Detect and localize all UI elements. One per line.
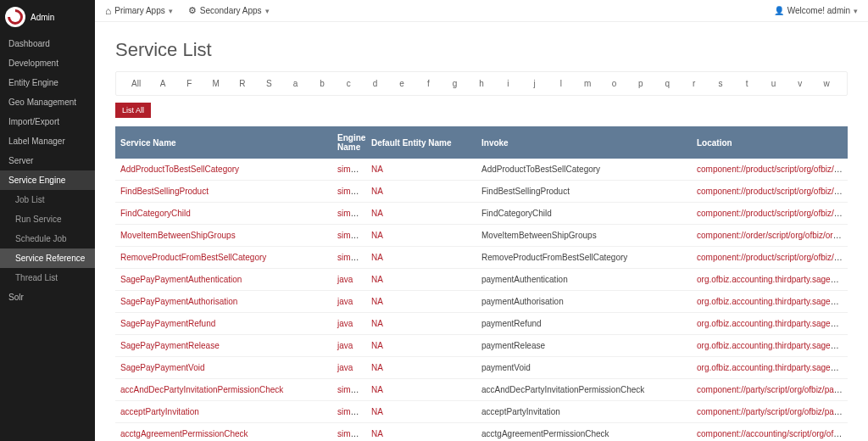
entity-link[interactable]: NA xyxy=(371,165,383,174)
alpha-filter-t[interactable]: t xyxy=(734,77,760,90)
entity-link[interactable]: NA xyxy=(371,275,383,284)
alpha-filter-s[interactable]: s xyxy=(707,77,733,90)
alpha-filter-c[interactable]: c xyxy=(336,77,362,90)
alpha-filter-v[interactable]: v xyxy=(787,77,813,90)
engine-link[interactable]: simple xyxy=(337,187,362,196)
col-invoke[interactable]: Invoke xyxy=(476,126,692,159)
sidebar-item-run-service[interactable]: Run Service xyxy=(0,209,95,229)
sidebar-item-server[interactable]: Server xyxy=(0,151,95,170)
location-link[interactable]: component://accounting/script/org/ofbiz/… xyxy=(697,429,848,438)
engine-link[interactable]: simple xyxy=(337,209,362,218)
alpha-filter-f[interactable]: f xyxy=(415,77,442,90)
alpha-filter-j[interactable]: j xyxy=(521,77,548,90)
alpha-filter-w[interactable]: w xyxy=(814,77,840,90)
location-link[interactable]: org.ofbiz.accounting.thirdparty.sagepay.… xyxy=(697,363,848,372)
service-name-link[interactable]: SagePayPaymentAuthentication xyxy=(120,275,242,284)
location-link[interactable]: component://product/script/org/ofbiz/pro… xyxy=(697,253,848,262)
location-link[interactable]: component://product/script/org/ofbiz/pro… xyxy=(697,187,848,196)
entity-link[interactable]: NA xyxy=(371,429,383,438)
sidebar-item-dashboard[interactable]: Dashboard xyxy=(0,34,95,53)
sidebar-item-job-list[interactable]: Job List xyxy=(0,190,95,209)
location-link[interactable]: component://party/script/org/ofbiz/party… xyxy=(697,385,848,394)
location-link[interactable]: org.ofbiz.accounting.thirdparty.sagepay.… xyxy=(697,341,848,350)
sidebar-item-solr[interactable]: Solr xyxy=(0,287,95,307)
sidebar-item-import-export[interactable]: Import/Export xyxy=(0,112,95,131)
alpha-filter-q[interactable]: q xyxy=(654,77,681,90)
alpha-filter-l[interactable]: l xyxy=(548,77,574,90)
engine-link[interactable]: java xyxy=(337,341,353,350)
engine-link[interactable]: java xyxy=(337,363,353,372)
sidebar-item-geo-management[interactable]: Geo Management xyxy=(0,92,95,112)
entity-link[interactable]: NA xyxy=(371,407,383,416)
engine-link[interactable]: java xyxy=(337,297,353,306)
alpha-filter-h[interactable]: h xyxy=(468,77,494,90)
entity-link[interactable]: NA xyxy=(371,187,383,196)
alpha-filter-e[interactable]: e xyxy=(388,77,415,90)
sidebar-item-service-reference[interactable]: Service Reference xyxy=(0,248,95,268)
location-link[interactable]: org.ofbiz.accounting.thirdparty.sagepay.… xyxy=(697,275,848,284)
service-name-link[interactable]: acctgAgreementPermissionCheck xyxy=(120,429,248,438)
alpha-filter-a[interactable]: A xyxy=(149,77,175,90)
entity-link[interactable]: NA xyxy=(371,209,383,218)
entity-link[interactable]: NA xyxy=(371,363,383,372)
alpha-filter-i[interactable]: i xyxy=(495,77,521,90)
sidebar-item-development[interactable]: Development xyxy=(0,53,95,73)
location-link[interactable]: component://order/script/org/ofbiz/order… xyxy=(697,231,848,240)
alpha-filter-a[interactable]: a xyxy=(282,77,309,90)
alpha-filter-d[interactable]: d xyxy=(362,77,388,90)
alpha-filter-b[interactable]: b xyxy=(309,77,335,90)
entity-link[interactable]: NA xyxy=(371,231,383,240)
sidebar-item-label-manager[interactable]: Label Manager xyxy=(0,131,95,151)
engine-link[interactable]: simple xyxy=(337,429,362,438)
service-name-link[interactable]: SagePayPaymentRefund xyxy=(120,319,215,328)
location-link[interactable]: component://product/script/org/ofbiz/pro… xyxy=(697,209,848,218)
service-name-link[interactable]: SagePayPaymentAuthorisation xyxy=(120,297,237,306)
service-name-link[interactable]: AddProductToBestSellCategory xyxy=(120,165,239,174)
location-link[interactable]: component://product/script/org/ofbiz/pro… xyxy=(697,165,848,174)
list-all-button[interactable]: List All xyxy=(115,103,151,118)
sidebar-item-thread-list[interactable]: Thread List xyxy=(0,268,95,287)
alpha-filter-g[interactable]: g xyxy=(442,77,468,90)
alpha-filter-r[interactable]: r xyxy=(681,77,707,90)
entity-link[interactable]: NA xyxy=(371,253,383,262)
col-engine-name[interactable]: Engine Name xyxy=(332,126,366,159)
service-name-link[interactable]: acceptPartyInvitation xyxy=(120,407,199,416)
alpha-filter-f[interactable]: F xyxy=(176,77,203,90)
service-name-link[interactable]: SagePayPaymentVoid xyxy=(120,363,205,372)
service-name-link[interactable]: RemoveProductFromBestSellCategory xyxy=(120,253,266,262)
user-menu[interactable]: Welcome! admin xyxy=(774,6,858,15)
service-name-link[interactable]: MoveItemBetweenShipGroups xyxy=(120,231,236,240)
sidebar-item-service-engine[interactable]: Service Engine xyxy=(0,170,95,190)
location-link[interactable]: org.ofbiz.accounting.thirdparty.sagepay.… xyxy=(697,319,848,328)
col-service-name[interactable]: Service Name xyxy=(115,126,332,159)
entity-link[interactable]: NA xyxy=(371,385,383,394)
sidebar-item-schedule-job[interactable]: Schedule Job xyxy=(0,229,95,248)
alpha-filter-u[interactable]: u xyxy=(760,77,787,90)
location-link[interactable]: org.ofbiz.accounting.thirdparty.sagepay.… xyxy=(697,297,848,306)
entity-link[interactable]: NA xyxy=(371,341,383,350)
engine-link[interactable]: simple xyxy=(337,407,362,416)
engine-link[interactable]: java xyxy=(337,275,353,284)
service-name-link[interactable]: accAndDecPartyInvitationPermissionCheck xyxy=(120,385,283,394)
engine-link[interactable]: simple xyxy=(337,253,362,262)
engine-link[interactable]: java xyxy=(337,319,353,328)
service-name-link[interactable]: FindCategoryChild xyxy=(120,209,191,218)
alpha-filter-all[interactable]: All xyxy=(123,77,149,90)
alpha-filter-r[interactable]: R xyxy=(229,77,255,90)
engine-link[interactable]: simple xyxy=(337,231,362,240)
engine-link[interactable]: simple xyxy=(337,165,362,174)
entity-link[interactable]: NA xyxy=(371,297,383,306)
service-name-link[interactable]: FindBestSellingProduct xyxy=(120,187,209,196)
engine-link[interactable]: simple xyxy=(337,385,362,394)
alpha-filter-p[interactable]: p xyxy=(627,77,654,90)
sidebar-item-entity-engine[interactable]: Entity Engine xyxy=(0,73,95,92)
location-link[interactable]: component://party/script/org/ofbiz/party… xyxy=(697,407,848,416)
service-name-link[interactable]: SagePayPaymentRelease xyxy=(120,341,220,350)
primary-apps-menu[interactable]: Primary Apps xyxy=(105,5,173,17)
alpha-filter-o[interactable]: o xyxy=(601,77,627,90)
col-location[interactable]: Location xyxy=(692,126,848,159)
entity-link[interactable]: NA xyxy=(371,319,383,328)
col-default-entity[interactable]: Default Entity Name xyxy=(366,126,476,159)
alpha-filter-s[interactable]: S xyxy=(256,77,282,90)
alpha-filter-m[interactable]: m xyxy=(575,77,601,90)
